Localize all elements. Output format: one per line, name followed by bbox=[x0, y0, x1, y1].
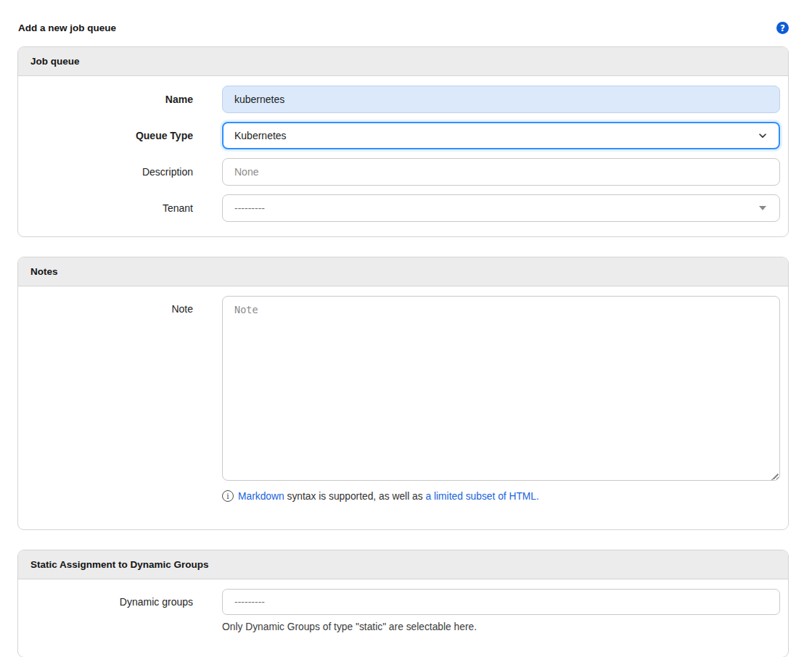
markdown-help-text: Markdown syntax is supported, as well as… bbox=[238, 491, 539, 502]
tenant-select[interactable]: --------- bbox=[222, 194, 780, 222]
html-subset-link[interactable]: a limited subset of HTML. bbox=[425, 491, 538, 502]
dynamic-groups-value: --------- bbox=[234, 596, 768, 608]
description-input[interactable] bbox=[222, 158, 780, 186]
description-label: Description bbox=[18, 166, 193, 178]
panel-notes-body: Note i Markdown syntax is supported, as … bbox=[18, 286, 788, 529]
panel-job-queue: Job queue Name Queue Type Kubernetes bbox=[17, 46, 789, 237]
markdown-help-line: i Markdown syntax is supported, as well … bbox=[222, 490, 780, 515]
markdown-help-middle: syntax is supported, as well as bbox=[284, 491, 426, 502]
panel-static-assignment: Static Assignment to Dynamic Groups Dyna… bbox=[17, 550, 789, 657]
info-icon: i bbox=[222, 490, 234, 502]
field-row-queue-type: Queue Type Kubernetes bbox=[18, 117, 780, 154]
field-row-note: Note i Markdown syntax is supported, as … bbox=[18, 292, 780, 519]
field-row-description: Description bbox=[18, 154, 780, 190]
dynamic-groups-select[interactable]: --------- bbox=[222, 589, 780, 615]
panel-job-queue-title: Job queue bbox=[18, 47, 788, 76]
note-textarea[interactable] bbox=[222, 296, 780, 481]
chevron-down-icon bbox=[758, 131, 768, 141]
name-input[interactable] bbox=[222, 86, 780, 113]
panel-job-queue-body: Name Queue Type Kubernetes Descr bbox=[18, 76, 788, 236]
panel-static-assignment-body: Dynamic groups --------- Only Dynamic Gr… bbox=[18, 579, 788, 657]
page: Add a new job queue ? Job queue Name Que… bbox=[0, 0, 812, 657]
queue-type-value: Kubernetes bbox=[234, 130, 758, 141]
field-row-dynamic-groups: Dynamic groups --------- Only Dynamic Gr… bbox=[18, 584, 780, 647]
field-row-name: Name bbox=[18, 81, 780, 117]
name-label: Name bbox=[18, 94, 193, 105]
tenant-value: --------- bbox=[234, 202, 759, 214]
field-row-tenant: Tenant --------- bbox=[18, 190, 780, 226]
dynamic-groups-help: Only Dynamic Groups of type "static" are… bbox=[222, 621, 780, 642]
note-label: Note bbox=[18, 296, 193, 315]
page-title: Add a new job queue bbox=[18, 22, 116, 33]
help-icon[interactable]: ? bbox=[776, 22, 789, 34]
panel-static-assignment-title: Static Assignment to Dynamic Groups bbox=[18, 550, 788, 579]
tenant-label: Tenant bbox=[18, 202, 193, 214]
markdown-link[interactable]: Markdown bbox=[238, 491, 284, 502]
page-header: Add a new job queue ? bbox=[17, 22, 789, 34]
dynamic-groups-label: Dynamic groups bbox=[18, 589, 193, 608]
caret-down-icon bbox=[759, 206, 766, 210]
queue-type-label: Queue Type bbox=[18, 130, 193, 141]
panel-notes: Notes Note i Markdown syntax is supporte… bbox=[17, 257, 789, 530]
queue-type-select[interactable]: Kubernetes bbox=[222, 122, 780, 149]
panel-notes-title: Notes bbox=[18, 257, 788, 286]
